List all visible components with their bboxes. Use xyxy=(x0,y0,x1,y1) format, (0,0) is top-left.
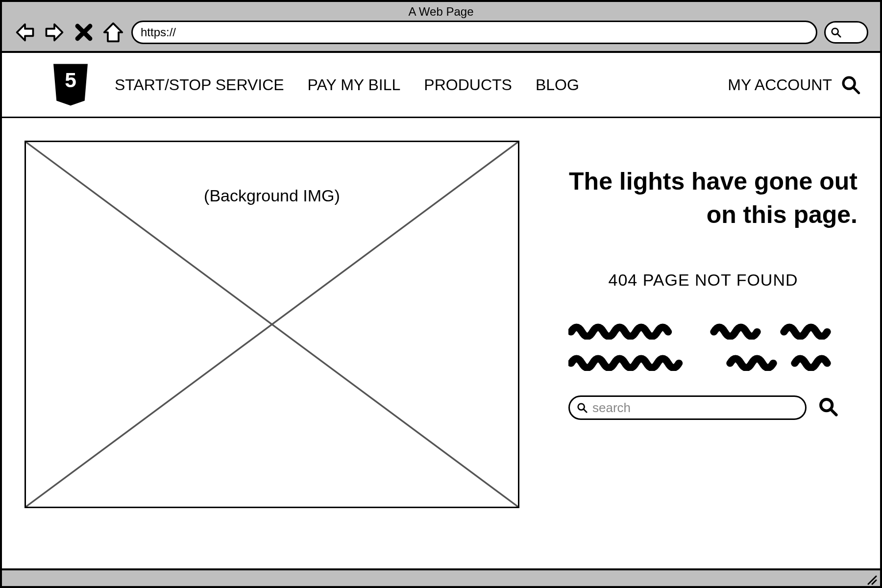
image-caption: (Background IMG) xyxy=(26,186,518,205)
error-headline: The lights have gone out on this page. xyxy=(549,165,858,231)
url-input[interactable] xyxy=(141,25,808,39)
go-button[interactable] xyxy=(824,21,868,44)
nav-start-stop-service[interactable]: START/STOP SERVICE xyxy=(115,76,284,94)
browser-title: A Web Page xyxy=(2,2,880,21)
my-account-label: MY ACCOUNT xyxy=(728,76,832,94)
browser-window: A Web Page 5 xyxy=(0,0,882,588)
site-logo-icon[interactable]: 5 xyxy=(51,63,90,107)
resize-handle-icon[interactable] xyxy=(865,573,877,585)
error-subhead: 404 PAGE NOT FOUND xyxy=(549,270,858,290)
nav-pay-my-bill[interactable]: PAY MY BILL xyxy=(308,76,401,94)
home-icon xyxy=(102,22,124,43)
browser-toolbar xyxy=(2,21,880,44)
home-button[interactable] xyxy=(102,21,124,44)
stop-button[interactable] xyxy=(73,21,95,44)
svg-line-10 xyxy=(831,409,836,415)
svg-line-12 xyxy=(872,580,876,584)
nav-products[interactable]: PRODUCTS xyxy=(424,76,512,94)
page-content: (Background IMG) The lights have gone ou… xyxy=(2,118,880,568)
site-header: 5 START/STOP SERVICE PAY MY BILL PRODUCT… xyxy=(2,53,880,118)
close-icon xyxy=(73,22,95,43)
svg-text:5: 5 xyxy=(65,69,76,92)
browser-chrome: A Web Page xyxy=(2,2,880,53)
svg-line-8 xyxy=(584,409,587,412)
arrow-right-icon xyxy=(44,22,65,43)
scribble-line-icon xyxy=(568,319,838,340)
arrow-left-icon xyxy=(14,22,36,43)
status-bar xyxy=(2,568,880,586)
forward-button[interactable] xyxy=(43,21,66,44)
hero-image-placeholder: (Background IMG) xyxy=(24,141,519,508)
error-search-field[interactable] xyxy=(568,395,807,420)
search-icon xyxy=(818,397,838,416)
nav-blog[interactable]: BLOG xyxy=(536,76,579,94)
back-button[interactable] xyxy=(14,21,36,44)
search-icon xyxy=(577,402,588,413)
my-account-link[interactable]: MY ACCOUNT xyxy=(728,75,860,95)
primary-nav: START/STOP SERVICE PAY MY BILL PRODUCTS … xyxy=(115,76,579,94)
svg-line-11 xyxy=(868,576,876,584)
placeholder-text xyxy=(568,319,838,371)
scribble-line-icon xyxy=(568,350,838,371)
search-icon xyxy=(831,27,841,38)
error-search-button[interactable] xyxy=(818,397,838,418)
error-panel: The lights have gone out on this page. 4… xyxy=(549,141,858,559)
search-icon[interactable] xyxy=(841,75,860,95)
svg-line-4 xyxy=(853,87,859,93)
error-search-input[interactable] xyxy=(592,400,798,416)
url-bar[interactable] xyxy=(131,21,817,44)
error-search-row xyxy=(549,395,858,420)
svg-line-1 xyxy=(837,34,840,37)
